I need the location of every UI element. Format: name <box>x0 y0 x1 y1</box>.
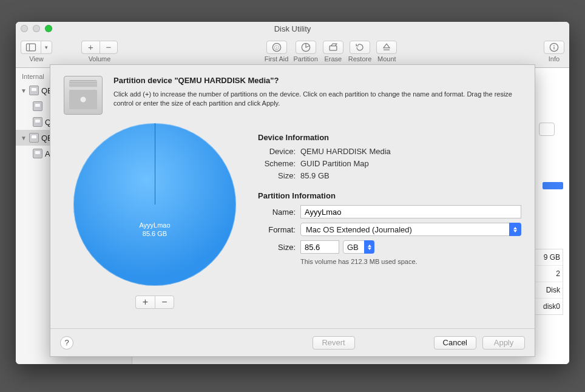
hard-disk-icon <box>33 101 42 111</box>
volume-label: Volume <box>89 55 111 63</box>
bg-usage-stripe <box>543 182 563 189</box>
hard-disk-icon <box>29 86 39 95</box>
partition-name-input[interactable] <box>300 205 521 218</box>
mount-button[interactable] <box>376 41 397 54</box>
restore-label: Restore <box>348 55 372 63</box>
restore-icon <box>354 41 366 53</box>
pie-size: 85.6 GB <box>73 229 236 238</box>
info-label: Info <box>549 55 560 63</box>
minus-icon: − <box>161 297 167 308</box>
format-select[interactable]: Mac OS Extended (Journaled) <box>300 223 521 236</box>
info-button[interactable] <box>544 41 564 54</box>
apply-button: Apply <box>482 336 525 350</box>
view-button[interactable] <box>21 41 41 54</box>
dsize-v: 85.9 GB <box>300 171 330 180</box>
volume-add-button[interactable]: + <box>81 41 100 54</box>
partition-info-heading: Partition Information <box>258 191 521 200</box>
scheme-v: GUID Partition Map <box>300 159 369 168</box>
close-icon[interactable] <box>21 25 28 32</box>
volume-remove-button[interactable]: − <box>100 41 118 54</box>
size-unit-select[interactable]: GB <box>343 240 374 254</box>
sheet-heading: Partition device "QEMU HARDDISK Media"? <box>113 76 521 85</box>
partition-sheet: Partition device "QEMU HARDDISK Media"? … <box>50 64 535 357</box>
bg-button <box>539 123 555 136</box>
chevron-down-icon: ▾ <box>45 44 48 50</box>
disclosure-triangle-icon[interactable]: ▼ <box>21 87 27 94</box>
psize-k: Size: <box>258 243 296 252</box>
revert-label: Revert <box>322 338 345 347</box>
svg-rect-0 <box>27 44 36 51</box>
pie-label: AyyyLmao 85.6 GB <box>73 221 236 238</box>
first-aid-icon: ⓘ <box>271 41 283 53</box>
add-partition-button[interactable]: + <box>135 296 155 309</box>
device-v: QEMU HARDDISK Media <box>300 147 391 156</box>
window-title: Disk Utility <box>274 24 311 33</box>
hard-disk-large-icon <box>64 76 103 115</box>
apply-label: Apply <box>494 338 514 347</box>
name-k: Name: <box>258 208 296 217</box>
hard-disk-icon <box>33 149 42 158</box>
mount-icon <box>380 41 393 53</box>
size-unit-value: GB <box>347 243 359 252</box>
view-menu-button[interactable]: ▾ <box>41 41 52 54</box>
device-k: Device: <box>258 147 296 156</box>
updown-icon <box>364 240 374 254</box>
first-aid-button[interactable]: ⓘ <box>266 41 287 54</box>
erase-button[interactable] <box>323 41 343 54</box>
used-space-note: This volume has 212.3 MB used space. <box>300 258 521 265</box>
hard-disk-icon <box>29 133 39 143</box>
pie-name: AyyyLmao <box>73 221 236 229</box>
first-aid-label: First Aid <box>265 55 289 63</box>
help-icon: ? <box>64 338 69 347</box>
scheme-k: Scheme: <box>258 159 296 168</box>
disclosure-triangle-icon[interactable]: ▼ <box>21 135 27 141</box>
dsize-k: Size: <box>258 171 296 180</box>
sheet-description: Click add (+) to increase the number of … <box>113 90 521 108</box>
restore-button[interactable] <box>350 41 370 54</box>
minus-icon: − <box>106 42 112 52</box>
disk-utility-window: Disk Utility ▾ View + − Vo <box>16 22 569 364</box>
plus-icon: + <box>88 42 93 52</box>
hard-disk-icon <box>33 117 42 127</box>
svg-text:ⓘ: ⓘ <box>274 44 279 50</box>
svg-point-8 <box>553 45 555 46</box>
partition-pie[interactable]: AyyyLmao 85.6 GB <box>73 123 236 286</box>
toolbar: ▾ View + − Volume ⓘ First Aid <box>16 35 569 68</box>
view-label: View <box>29 55 44 63</box>
help-button[interactable]: ? <box>60 336 73 350</box>
erase-icon <box>327 41 339 53</box>
device-info-heading: Device Information <box>258 133 521 142</box>
format-k: Format: <box>258 225 296 234</box>
updown-icon <box>509 223 521 236</box>
revert-button: Revert <box>313 336 355 350</box>
sidebar-icon <box>25 41 37 53</box>
format-value: Mac OS Extended (Journaled) <box>306 225 412 234</box>
zoom-icon[interactable] <box>45 25 52 32</box>
erase-label: Erase <box>324 55 342 63</box>
titlebar: Disk Utility <box>16 22 569 35</box>
cancel-label: Cancel <box>443 338 467 347</box>
cancel-button[interactable]: Cancel <box>434 336 476 350</box>
partition-icon <box>300 41 312 53</box>
plus-icon: + <box>143 297 148 308</box>
partition-button[interactable] <box>296 41 316 54</box>
partition-size-input[interactable] <box>300 240 339 254</box>
remove-partition-button[interactable]: − <box>155 296 174 309</box>
svg-rect-5 <box>330 46 337 50</box>
info-icon <box>548 41 560 53</box>
partition-label: Partition <box>293 55 317 63</box>
mount-label: Mount <box>377 55 396 63</box>
minimize-icon[interactable] <box>33 25 40 32</box>
